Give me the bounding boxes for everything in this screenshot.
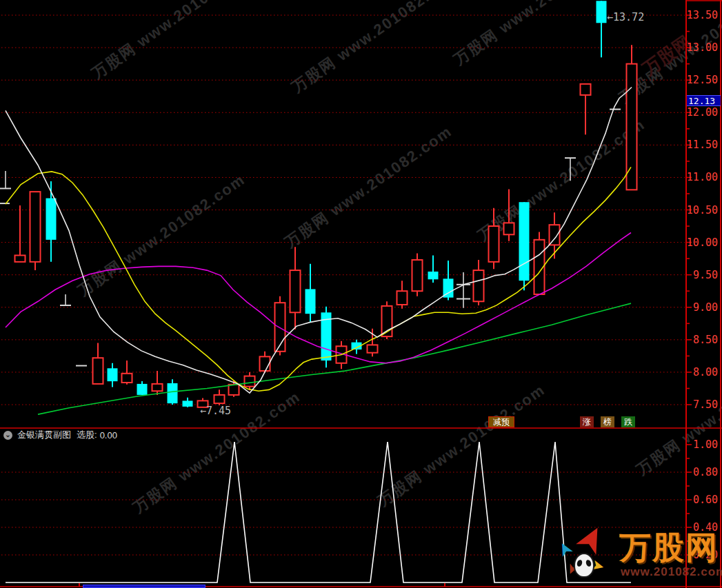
sub-indicator-bar: ⌄ 金银满贯副图 选股: 0.00 [0,429,683,441]
candle-up [245,376,255,387]
price-annotation: ←13.72 [607,11,644,23]
watermark: 万股网 www.201082.com [88,0,262,83]
candle-down [108,368,118,381]
candle-down [519,202,530,281]
candle-up [581,84,591,95]
price-annotation: ←7.45 [200,405,231,417]
candle-up [122,374,132,383]
watermark: 万股网 www.201082.com [374,381,548,510]
stock-chart-app: 万股网 www.201082.com万股网 www.201082.com万股网 … [0,0,722,588]
candle-up [229,385,239,395]
logo-url-text: www.201082.com [621,565,722,579]
y-axis-label: 11.50 [687,139,718,151]
fall-button[interactable]: 跌 [621,416,635,427]
sub-y-axis-label: 0.60 [693,494,718,506]
y-axis-label: 8.50 [693,334,718,346]
candle-up [30,192,41,262]
current-price-badge: 12.13 [687,95,721,106]
site-logo: ➤ ➤ ➤ ➤ 万股网 www.201082.com [552,521,722,587]
candle-up [152,384,163,391]
y-axis-label: 10.00 [687,236,718,249]
candle-up [550,225,560,245]
y-axis-label: 8.00 [693,366,718,378]
candle-down [137,384,148,395]
candle-up [489,226,499,262]
logo-brand-text: 万股网 [619,527,719,569]
sub-y-axis-label: 0.80 [693,466,718,478]
y-axis-label: 12.50 [687,74,718,86]
y-axis-label: 11.00 [687,171,718,183]
watermark: 万股网 www.201082.com [74,171,248,300]
y-axis-label: 7.50 [693,398,718,411]
y-axis-label: 10.50 [687,204,718,216]
candle-up [214,395,225,403]
indicator-line [6,442,631,582]
y-axis-label: 9.00 [693,301,718,314]
candle-up [290,270,301,312]
reduce-preview-button[interactable]: 减预 [488,416,514,427]
y-axis-label: 13.00 [687,41,718,54]
sub-y-axis-label: 1.00 [693,438,718,451]
candle-up [397,291,408,305]
candle-down [168,383,178,403]
candle-up [93,358,103,384]
candle-down [428,272,439,279]
select-stock-value: 0.00 [100,430,117,440]
candle-down [46,199,57,240]
candle-down [305,289,316,314]
clipped-status-bar [83,585,205,588]
indicator-title[interactable]: 金银满贯副图 [17,429,71,441]
candle-up [412,260,423,291]
collapse-circle-icon[interactable]: ⌄ [3,431,12,440]
candle-down [596,1,607,23]
candle-up [368,345,378,352]
watermark: 万股网 www.201082.com [281,123,455,252]
chart-canvas: 万股网 www.201082.com万股网 www.201082.com万股网 … [0,0,722,588]
candle-up [504,223,514,234]
rank-button[interactable]: 榜 [601,416,614,427]
watermark: 万股网 www.201082.com [288,0,462,97]
rise-button[interactable]: 涨 [580,416,594,427]
logo-panda-icon [574,553,594,578]
y-axis-label: 9.50 [693,269,718,281]
candle-up [474,270,484,301]
candle-up [15,255,26,261]
candle-down [183,401,193,406]
select-stock-label: 选股: [77,429,97,441]
y-axis-label: 13.50 [687,9,718,21]
y-axis-label: 12.00 [687,106,718,119]
